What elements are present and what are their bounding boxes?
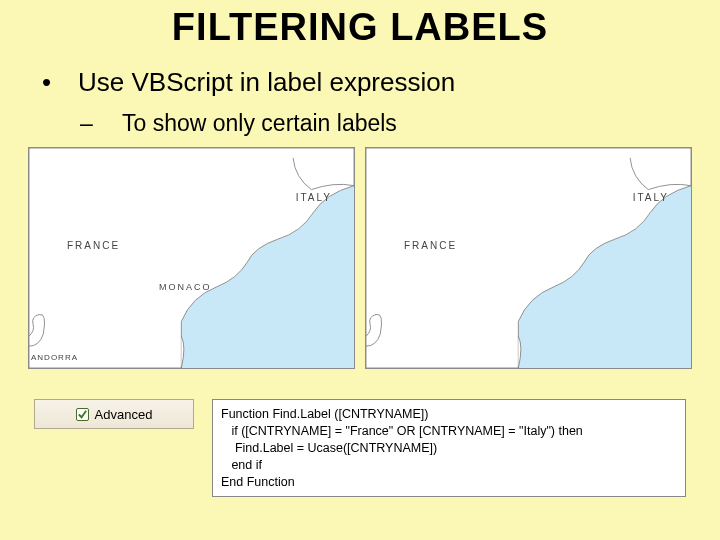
bullet-dot: •	[42, 67, 78, 98]
advanced-checkbox[interactable]	[76, 408, 89, 421]
advanced-checkbox-panel[interactable]: Advanced	[34, 399, 194, 429]
bottom-row: Advanced Function Find.Label ([CNTRYNAME…	[0, 369, 720, 497]
page-title: FILTERING LABELS	[0, 0, 720, 49]
advanced-label: Advanced	[95, 407, 153, 422]
map-left: ITALY FRANCE MONACO ANDORRA	[28, 147, 355, 369]
map-right: ITALY FRANCE	[365, 147, 692, 369]
map-row: ITALY FRANCE MONACO ANDORRA ITALY FRANCE	[0, 147, 720, 369]
code-line-5: End Function	[221, 475, 295, 489]
code-box: Function Find.Label ([CNTRYNAME]) if ([C…	[212, 399, 686, 497]
checkmark-icon	[77, 409, 88, 420]
bullet-level-2: –To show only certain labels	[0, 106, 720, 147]
bullet-dash: –	[80, 110, 122, 137]
bullet-level-1: •Use VBScript in label expression	[0, 49, 720, 106]
map-left-svg	[29, 148, 354, 368]
bullet-1-text: Use VBScript in label expression	[78, 67, 455, 97]
code-line-3: Find.Label = Ucase([CNTRYNAME])	[221, 441, 437, 455]
label-italy: ITALY	[296, 192, 332, 203]
code-line-4: end if	[221, 458, 262, 472]
code-line-1: Function Find.Label ([CNTRYNAME])	[221, 407, 428, 421]
label-france: FRANCE	[67, 240, 120, 251]
code-line-2: if ([CNTRYNAME] = "France" OR [CNTRYNAME…	[221, 424, 583, 438]
bullet-2-text: To show only certain labels	[122, 110, 397, 136]
label-monaco: MONACO	[159, 282, 212, 292]
label-italy: ITALY	[633, 192, 669, 203]
label-andorra: ANDORRA	[31, 353, 78, 362]
map-right-svg	[366, 148, 691, 368]
label-france: FRANCE	[404, 240, 457, 251]
